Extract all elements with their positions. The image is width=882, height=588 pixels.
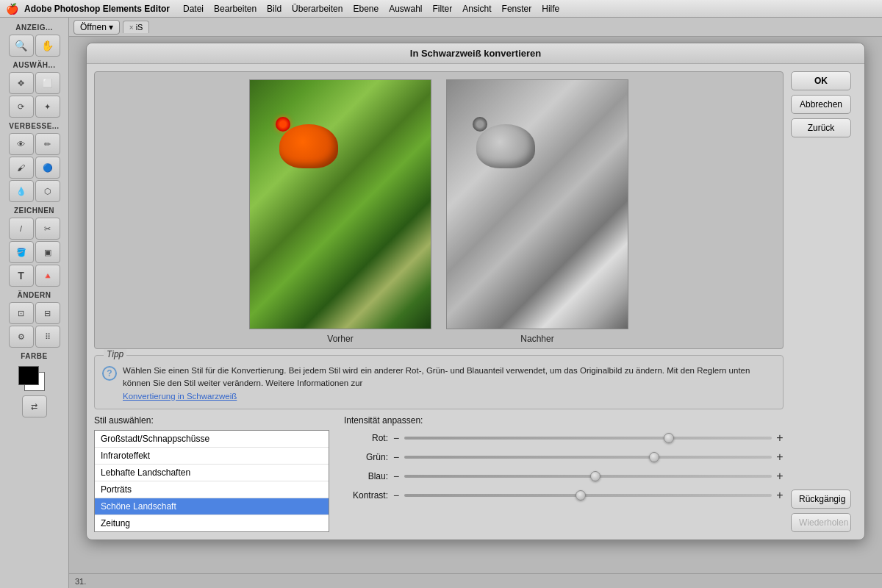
tip-text: Wählen Sie einen Stil für die Konvertier… <box>123 365 775 403</box>
tip-title: Tipp <box>104 349 126 359</box>
toolbar-section-zeichnen: ZEICHNEN <box>1 207 67 215</box>
rot-minus-icon[interactable]: − <box>392 432 400 444</box>
open-label: Öffnen <box>80 22 107 32</box>
style-selector-label: Stil auswählen: <box>94 415 329 426</box>
app-title: Adobe Photoshop Elements Editor <box>24 4 170 14</box>
marquee-tool-btn[interactable]: ⬜ <box>35 72 60 94</box>
ok-button[interactable]: OK <box>791 71 851 90</box>
gruen-minus-icon[interactable]: − <box>392 451 400 463</box>
gruen-plus-icon[interactable]: + <box>776 451 784 464</box>
open-button[interactable]: Öffnen ▾ <box>74 20 120 35</box>
status-value: 31. <box>75 577 86 586</box>
menu-ansicht[interactable]: Ansicht <box>458 2 495 15</box>
dialog-title: In Schwarzweiß konvertieren <box>87 43 864 64</box>
stamp-tool-btn[interactable]: 🔵 <box>35 157 60 179</box>
eraser2-tool-btn[interactable]: 🔺 <box>35 265 60 287</box>
menu-bearbeiten[interactable]: Bearbeiten <box>209 2 261 15</box>
text-tool-btn[interactable]: T <box>9 265 34 287</box>
kontrast-plus-icon[interactable]: + <box>776 489 784 502</box>
kontrast-minus-icon[interactable]: − <box>392 490 400 501</box>
toolbar-section-farbe: FARBE <box>1 352 67 360</box>
after-preview: Nachher <box>446 79 628 344</box>
toolbar-section-aendern: ÄNDERN <box>1 291 67 299</box>
color-swatches[interactable] <box>18 366 51 391</box>
top-bar: Öffnen ▾ × iS <box>69 18 882 37</box>
preview-area: Vorher Nachher <box>94 71 784 349</box>
style-item-portraets[interactable]: Porträts <box>95 481 329 498</box>
kontrast-slider[interactable] <box>404 494 772 497</box>
scissors-tool-btn[interactable]: ✂ <box>35 218 60 240</box>
cancel-button[interactable]: Abbrechen <box>791 95 851 114</box>
apple-logo-icon[interactable]: 🍎 <box>6 3 18 15</box>
rot-plus-icon[interactable]: + <box>776 431 784 445</box>
smudge-tool-btn[interactable]: ⬡ <box>35 180 60 202</box>
kontrast-label: Kontrast: <box>344 490 388 501</box>
zoom-tool-btn[interactable]: 🔍 <box>9 35 34 57</box>
tip-link[interactable]: Konvertierung in Schwarzweiß <box>123 392 237 401</box>
menu-filter[interactable]: Filter <box>429 2 457 15</box>
tip-info-icon: ? <box>102 366 117 381</box>
transform-tool-btn[interactable]: ⊟ <box>35 302 60 324</box>
open-arrow-icon: ▾ <box>109 22 113 32</box>
tip-box: Tipp ? Wählen Sie einen Stil für die Kon… <box>94 355 784 409</box>
paint-bucket-btn[interactable]: 🪣 <box>9 241 34 263</box>
style-item-schoene[interactable]: Schöne Landschaft <box>95 498 329 515</box>
healing-tool-btn[interactable]: ✏ <box>35 133 60 155</box>
menu-hilfe[interactable]: Hilfe <box>537 2 564 15</box>
menu-auswahl[interactable]: Auswahl <box>384 2 426 15</box>
before-image <box>249 79 431 329</box>
style-item-infrarot[interactable]: Infraroteffekt <box>95 448 329 465</box>
gear-tool-btn[interactable]: ⚙ <box>9 326 34 348</box>
after-image <box>446 79 628 329</box>
toolbar-section-verbessern: VERBESSE... <box>1 122 67 130</box>
tab-label: iS <box>136 23 143 32</box>
eye-tool-btn[interactable]: 👁 <box>9 133 34 155</box>
menu-datei[interactable]: Datei <box>179 2 208 15</box>
toolbar-section-anzeigen: ANZEIG... <box>1 24 67 32</box>
tab-close-icon[interactable]: × <box>129 24 134 32</box>
style-item-lebhafte[interactable]: Lebhafte Landschaften <box>95 465 329 481</box>
before-label: Vorher <box>327 334 353 344</box>
rot-slider[interactable] <box>404 437 772 440</box>
move-tool-btn[interactable]: ✥ <box>9 72 34 94</box>
blau-plus-icon[interactable]: + <box>776 470 784 483</box>
before-preview: Vorher <box>249 79 431 344</box>
eraser-tool-btn[interactable]: 💧 <box>9 180 34 202</box>
undo-button[interactable]: Rückgängig <box>791 490 851 509</box>
pencil-tool-btn[interactable]: / <box>9 218 34 240</box>
dialog-area: In Schwarzweiß konvertieren Vorher <box>69 37 882 573</box>
hand-tool-btn[interactable]: ✋ <box>35 35 60 57</box>
after-label: Nachher <box>520 334 553 344</box>
tip-text-content: Wählen Sie einen Stil für die Konvertier… <box>123 366 750 387</box>
intensity-label: Intensität anpassen: <box>344 415 784 426</box>
redo-button[interactable]: Wiederholen <box>791 513 851 532</box>
menu-ebene[interactable]: Ebene <box>348 2 383 15</box>
back-button[interactable]: Zurück <box>791 118 851 137</box>
dialog-buttons: OK Abbrechen Zurück Rückgängig Wiederhol… <box>791 71 857 532</box>
rot-label: Rot: <box>344 433 388 443</box>
gruen-label: Grün: <box>344 452 388 462</box>
dots-tool-btn[interactable]: ⠿ <box>35 326 60 348</box>
swap-colors-btn[interactable]: ⇄ <box>22 395 47 417</box>
blau-slider[interactable] <box>404 475 772 478</box>
crop-tool-btn[interactable]: ⊡ <box>9 302 34 324</box>
gruen-slider[interactable] <box>404 456 772 459</box>
style-item-grossstadt[interactable]: Großstadt/Schnappschüsse <box>95 431 329 448</box>
lasso-tool-btn[interactable]: ⟳ <box>9 96 34 118</box>
blau-minus-icon[interactable]: − <box>392 470 400 482</box>
convert-dialog: In Schwarzweiß konvertieren Vorher <box>86 43 865 540</box>
style-item-zeitung[interactable]: Zeitung <box>95 515 329 531</box>
status-bar: 31. <box>69 573 882 588</box>
style-list[interactable]: Großstadt/Schnappschüsse Infraroteffekt … <box>94 430 329 532</box>
gradient-tool-btn[interactable]: ▣ <box>35 241 60 263</box>
toolbar-section-auswaehlen: AUSWÄH... <box>1 61 67 69</box>
blau-label: Blau: <box>344 471 388 481</box>
foreground-color-swatch[interactable] <box>18 366 39 385</box>
brush-tool-btn[interactable]: 🖌 <box>9 157 34 179</box>
menu-bild[interactable]: Bild <box>262 2 286 15</box>
magic-wand-btn[interactable]: ✦ <box>35 96 60 118</box>
document-tab[interactable]: × iS <box>123 21 150 33</box>
menu-fenster[interactable]: Fenster <box>498 2 537 15</box>
menu-ueberarbeiten[interactable]: Überarbeiten <box>287 2 347 15</box>
menubar: 🍎 Adobe Photoshop Elements Editor Datei … <box>0 0 882 18</box>
